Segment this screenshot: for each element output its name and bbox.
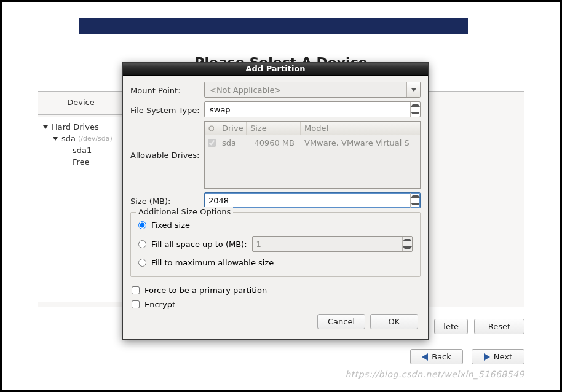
decrement-button	[403, 244, 412, 251]
decrement-button[interactable]	[411, 200, 420, 208]
device-column: Device Hard Drives sda (/dev/sda) sda1 F…	[38, 92, 124, 307]
drives-header: Drive Size Model	[205, 122, 420, 135]
decrement-button[interactable]	[411, 109, 420, 117]
drive-size: 40960 MB	[247, 138, 301, 147]
drive-checkbox-cell	[205, 139, 218, 147]
arrow-right-icon	[484, 353, 490, 361]
radio-label: Fill to maximum allowable size	[151, 258, 274, 267]
header-model[interactable]: Model	[301, 122, 420, 135]
fs-type-row: File System Type: swap	[130, 101, 421, 117]
radio-input[interactable]	[138, 259, 146, 267]
tree-label: sda	[61, 134, 76, 143]
chevron-down-icon	[43, 125, 48, 129]
tree-sublabel: (/dev/sda)	[78, 135, 113, 143]
increment-button	[403, 237, 412, 244]
radio-label: Fixed size	[151, 221, 190, 230]
combo-value: <Not Applicable>	[205, 85, 406, 95]
increment-button[interactable]	[411, 102, 420, 109]
spin-buttons[interactable]	[410, 102, 420, 117]
allowable-drives-label: Allowable Drives:	[130, 121, 204, 160]
radio-input[interactable]	[138, 240, 146, 248]
force-primary-checkbox[interactable]: Force to be a primary partition	[130, 283, 421, 297]
tree-row-free[interactable]: Free	[43, 156, 119, 168]
dialog-actions: Cancel OK	[130, 312, 421, 334]
tree-row-root[interactable]: Hard Drives	[43, 121, 119, 133]
button-label: Next	[494, 352, 512, 361]
dialog-titlebar[interactable]: Add Partition	[123, 63, 428, 76]
additional-size-fieldset: Additional Size Options Fixed size Fill …	[130, 212, 421, 277]
button-label: lete	[443, 322, 459, 331]
size-input[interactable]	[204, 192, 421, 208]
mount-point-combo: <Not Applicable>	[204, 82, 421, 98]
checkbox-input[interactable]	[132, 286, 140, 294]
panel-actions: lete Reset	[434, 319, 524, 334]
installer-banner	[79, 18, 468, 34]
back-button[interactable]: Back	[410, 349, 463, 364]
next-button[interactable]: Next	[472, 349, 524, 364]
size-label: Size (MB):	[130, 195, 204, 206]
radio-fill-up-to[interactable]: Fill all space up to (MB):	[137, 233, 414, 255]
circle-icon	[208, 125, 214, 131]
device-column-header: Device	[38, 92, 124, 115]
button-label: Back	[432, 352, 451, 361]
tree-label: Free	[73, 157, 90, 167]
spin-buttons[interactable]	[410, 193, 420, 208]
reset-button[interactable]: Reset	[474, 319, 524, 334]
device-tree[interactable]: Hard Drives sda (/dev/sda) sda1 Free	[38, 117, 124, 302]
drive-row: sda 40960 MB VMware, VMware Virtual S	[205, 135, 420, 151]
header-size[interactable]: Size	[247, 122, 301, 135]
allowable-drives-row: Allowable Drives: Drive Size Model sda 4…	[130, 121, 421, 189]
tree-label: Hard Drives	[52, 122, 99, 131]
dialog-form: Mount Point: <Not Applicable> File Syste…	[123, 76, 428, 339]
tree-label: sda1	[73, 146, 92, 155]
tree-row-disk[interactable]: sda (/dev/sda)	[43, 133, 119, 144]
header-checkbox-col	[205, 122, 218, 135]
radio-fixed-size[interactable]: Fixed size	[137, 218, 414, 233]
fill-up-to-field	[253, 240, 402, 249]
radio-fill-max[interactable]: Fill to maximum allowable size	[137, 255, 414, 270]
fieldset-legend: Additional Size Options	[136, 207, 233, 216]
chevron-down-icon	[53, 137, 58, 141]
wizard-nav: Back Next	[410, 349, 524, 364]
mount-point-label: Mount Point:	[130, 84, 204, 95]
encrypt-checkbox[interactable]: Encrypt	[130, 297, 421, 312]
watermark: https://blog.csdn.net/weixin_51668549	[345, 369, 524, 379]
button-label: OK	[389, 317, 400, 326]
header-drive[interactable]: Drive	[218, 122, 247, 135]
arrow-left-icon	[422, 353, 428, 361]
checkbox-label: Force to be a primary partition	[144, 286, 267, 295]
spin-buttons	[402, 237, 412, 251]
mount-point-row: Mount Point: <Not Applicable>	[130, 82, 421, 98]
allowable-drives-list: Drive Size Model sda 40960 MB VMware, VM…	[204, 121, 421, 189]
checkbox-label: Encrypt	[144, 300, 175, 309]
delete-button[interactable]: lete	[434, 319, 468, 334]
drive-model: VMware, VMware Virtual S	[301, 138, 420, 147]
cancel-button[interactable]: Cancel	[317, 314, 365, 329]
increment-button[interactable]	[411, 193, 420, 200]
size-field[interactable]	[205, 196, 410, 205]
drive-name: sda	[218, 138, 247, 147]
checkbox-input[interactable]	[132, 300, 140, 308]
fill-up-to-input	[252, 236, 413, 252]
fs-type-combo[interactable]: swap	[204, 101, 421, 117]
add-partition-dialog: Add Partition Mount Point: <Not Applicab…	[122, 62, 429, 340]
svg-point-0	[209, 126, 214, 131]
size-row: Size (MB):	[130, 192, 421, 208]
drive-checkbox	[208, 139, 216, 147]
tree-row-partition[interactable]: sda1	[43, 144, 119, 156]
ok-button[interactable]: OK	[370, 314, 418, 329]
radio-label: Fill all space up to (MB):	[151, 240, 247, 249]
chevron-down-icon	[406, 82, 420, 97]
fs-type-label: File System Type:	[130, 104, 204, 115]
radio-input[interactable]	[138, 221, 146, 229]
button-label: Cancel	[328, 317, 355, 326]
button-label: Reset	[488, 322, 510, 331]
combo-value: swap	[205, 105, 410, 114]
